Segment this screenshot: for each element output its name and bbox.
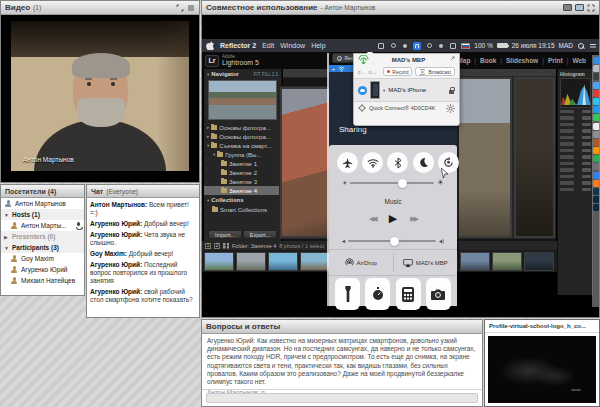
record-pill-button[interactable]: Record xyxy=(383,67,413,76)
apple-menu-icon[interactable] xyxy=(206,41,214,50)
folder-item[interactable]: Занятие 1 xyxy=(204,159,281,168)
folder-item[interactable]: ▾Группа (Вы... xyxy=(204,150,281,159)
lock-icon[interactable] xyxy=(448,86,455,94)
keyboard-layout-flag-icon[interactable] xyxy=(461,43,470,49)
qa-input[interactable] xyxy=(206,393,478,403)
airplane-mode-toggle[interactable] xyxy=(337,152,358,173)
attendee-group-participants[interactable]: ▼Participants (3) xyxy=(1,242,84,253)
dock-app-icon[interactable] xyxy=(593,65,599,72)
filmstrip-thumbnail[interactable] xyxy=(300,252,330,271)
filmstrip-thumbnail[interactable] xyxy=(204,252,234,271)
fullscreen-icon[interactable] xyxy=(176,4,184,12)
settings-options-icon[interactable]: ⊙⌄ xyxy=(368,69,376,75)
menubar-menu-window[interactable]: Window xyxy=(280,42,305,49)
notifier-status-icon[interactable] xyxy=(437,42,445,50)
wifi-toggle[interactable] xyxy=(362,152,383,173)
filmstrip-thumbnail[interactable] xyxy=(236,252,266,271)
filmstrip-thumbnail[interactable] xyxy=(268,252,298,271)
monitor-lite-icon[interactable] xyxy=(575,4,584,11)
primary-display-button[interactable]: 1 xyxy=(205,243,211,249)
menubar-app-name[interactable]: Reflector 2 xyxy=(220,42,256,49)
dock-app-icon[interactable] xyxy=(593,114,599,121)
camera-button[interactable] xyxy=(426,278,451,310)
dock-app-icon[interactable] xyxy=(593,155,599,162)
group-toggle-icon[interactable]: ▼ xyxy=(4,245,9,251)
filmstrip-thumbnail[interactable] xyxy=(460,252,490,271)
list-options-icon[interactable]: ≡⌄ xyxy=(358,69,365,75)
folder-toggle-icon[interactable]: ▾ xyxy=(207,143,209,148)
lr-module-slideshow[interactable]: Slideshow xyxy=(506,57,538,64)
broadcast-pill-button[interactable]: Broadcast xyxy=(415,67,455,76)
fast-forward-button[interactable]: ▶▶ xyxy=(410,215,417,222)
brightness-knob[interactable] xyxy=(398,179,407,188)
folder-item[interactable]: Занятие 3 xyxy=(204,177,281,186)
folder-item[interactable]: ▸Основы фотогра... xyxy=(204,123,281,132)
filmstrip-thumbnail[interactable] xyxy=(524,252,554,271)
attendee-row[interactable]: Агуренко Юрий xyxy=(1,264,84,275)
brightness-slider[interactable]: ☀ ☀ xyxy=(339,179,447,187)
dock-app-icon[interactable] xyxy=(593,73,599,80)
airplay-button[interactable]: MAD's MBP xyxy=(394,250,458,275)
dock-app-icon[interactable] xyxy=(593,204,599,211)
dock-app-icon[interactable] xyxy=(593,172,599,179)
attendee-row[interactable]: Михаил Натейцев xyxy=(1,275,84,286)
group-toggle-icon[interactable]: ▼ xyxy=(4,212,9,218)
menubar-user[interactable]: MAD xyxy=(559,42,573,49)
lr-module-book[interactable]: Book xyxy=(480,57,496,64)
flashlight-button[interactable] xyxy=(335,278,360,310)
dock-app-icon[interactable] xyxy=(593,163,599,170)
dock-app-icon[interactable] xyxy=(593,147,599,154)
folder-item[interactable]: Занятие 4 xyxy=(204,186,281,195)
volume-slider[interactable]: ◂ ◂) xyxy=(339,237,447,245)
chat-message-list[interactable]: Антон Мартынов: Всем привет! =:)Агуренко… xyxy=(87,198,199,317)
navigator-zoom-options[interactable]: FIT FILL 1:1 xyxy=(254,72,278,77)
camera-status-icon[interactable] xyxy=(389,42,397,50)
airdrop-button[interactable]: AirDrop xyxy=(329,250,393,275)
dock-app-icon[interactable] xyxy=(593,82,599,89)
dropbox-status-icon[interactable] xyxy=(401,42,409,50)
gear-icon[interactable] xyxy=(446,104,455,113)
folder-item[interactable]: Занятие 2 xyxy=(204,168,281,177)
dock-app-icon[interactable] xyxy=(593,106,599,113)
attendee-group-presenters[interactable]: ▶Presenters (0) xyxy=(1,231,84,242)
folder-toggle-icon[interactable]: ▸ xyxy=(207,125,209,130)
export-button[interactable]: Export... xyxy=(243,230,277,239)
timer-button[interactable] xyxy=(365,278,390,310)
spotlight-icon[interactable] xyxy=(577,42,585,50)
calculator-button[interactable] xyxy=(396,278,421,310)
display-status-icon[interactable] xyxy=(377,42,385,50)
pod-menu-icon[interactable] xyxy=(187,4,195,12)
monitor-icon[interactable] xyxy=(563,4,572,11)
volume-knob[interactable] xyxy=(390,237,399,246)
attendee-active-speaker[interactable]: Антон Мартынов xyxy=(1,198,84,209)
attendee-group-hosts[interactable]: ▼Hosts (1) xyxy=(1,209,84,220)
toolbar-plus-icon[interactable]: + xyxy=(332,66,335,72)
filmstrip-thumbnail[interactable] xyxy=(492,252,522,271)
grid-photo-cell[interactable] xyxy=(513,76,556,239)
lr-module-print[interactable]: Print xyxy=(548,57,563,64)
folder-toggle-icon[interactable]: ▾ xyxy=(213,152,215,157)
share-fullscreen-icon[interactable] xyxy=(587,4,595,12)
visibility-eye-icon[interactable] xyxy=(358,86,367,95)
dock-app-icon[interactable] xyxy=(593,98,599,105)
attendee-row[interactable]: Goy Maxim xyxy=(1,253,84,264)
lr-module-web[interactable]: Web xyxy=(572,57,586,64)
grid-photo-cell[interactable] xyxy=(456,76,513,239)
dock-app-icon[interactable] xyxy=(593,131,599,138)
menubar-menu-help[interactable]: Help xyxy=(311,42,325,49)
folder-toggle-icon[interactable]: ▸ xyxy=(207,134,209,139)
dock-app-icon[interactable] xyxy=(593,180,599,187)
dock-app-icon[interactable] xyxy=(593,139,599,146)
group-toggle-icon[interactable]: ▶ xyxy=(4,234,9,240)
dock-app-icon[interactable] xyxy=(593,57,599,64)
attendee-row[interactable]: Антон Марты... xyxy=(1,220,84,231)
navigator-preview[interactable] xyxy=(208,80,277,120)
reflector-device-row[interactable]: ▾ MAD's iPhone xyxy=(354,78,459,102)
bluetooth-toggle[interactable] xyxy=(387,152,408,173)
secondary-display-button[interactable]: 2 xyxy=(214,243,220,249)
sync-status-icon[interactable] xyxy=(449,42,457,50)
dock-app-icon[interactable] xyxy=(593,90,599,97)
play-button[interactable]: ▶ xyxy=(389,212,397,225)
rewind-button[interactable]: ◀◀ xyxy=(369,215,376,222)
shield-status-icon[interactable] xyxy=(425,42,433,50)
